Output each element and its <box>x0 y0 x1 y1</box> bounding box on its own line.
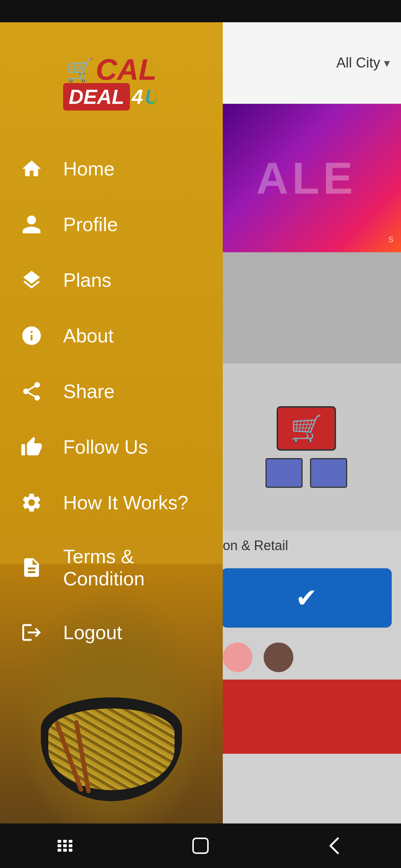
retail-label: on & Retail <box>223 538 288 553</box>
logo-area: 🛒 CAL DEAL 4 U <box>0 22 223 141</box>
u-logo-text: U <box>145 85 160 109</box>
gray-area <box>212 252 401 364</box>
layers-icon <box>19 267 45 293</box>
cal-logo-text: CAL <box>96 53 157 87</box>
store-window-left <box>265 458 303 488</box>
svg-rect-9 <box>193 838 208 853</box>
menu-item-follow-us[interactable]: Follow Us <box>11 419 212 475</box>
menu-item-about[interactable]: About <box>11 308 212 364</box>
blue-card: ✔ <box>221 568 392 628</box>
circles-row <box>212 635 401 680</box>
store-top-icon: 🛒 <box>277 406 336 451</box>
sale-subtext: s <box>388 233 394 245</box>
menu-item-profile[interactable]: Profile <box>11 197 212 252</box>
city-label: All City <box>336 55 380 71</box>
cart-icon: 🛒 <box>290 413 323 444</box>
menu-label-plans: Plans <box>63 269 111 291</box>
svg-rect-3 <box>63 840 67 843</box>
menu-item-how-it-works[interactable]: How It Works? <box>11 475 212 530</box>
menu-label-home: Home <box>63 158 115 180</box>
info-icon <box>19 323 45 349</box>
top-header: All City ▾ <box>212 22 401 104</box>
store-window-right <box>310 458 347 488</box>
drawer-menu-list: Home Profile Plans <box>0 141 223 823</box>
retail-text: on & Retail <box>212 530 401 561</box>
main-area: All City ▾ ALE s 🛒 <box>0 22 401 823</box>
menu-label-about: About <box>63 325 114 347</box>
check-icon: ✔ <box>296 583 317 613</box>
store-bottom-icon <box>265 458 347 488</box>
svg-rect-5 <box>63 849 67 852</box>
deal4u-container: DEAL 4 U <box>63 83 160 111</box>
home-icon <box>19 156 45 182</box>
person-icon <box>19 211 45 237</box>
menu-item-terms[interactable]: Terms & Condition <box>11 530 212 605</box>
store-section: 🛒 <box>212 364 401 530</box>
menu-item-share[interactable]: Share <box>11 364 212 419</box>
nav-menu-icon[interactable] <box>56 835 78 857</box>
menu-label-follow-us: Follow Us <box>63 436 148 458</box>
sale-banner: ALE s <box>212 104 401 252</box>
menu-label-logout: Logout <box>63 621 122 644</box>
for-logo-text: 4 <box>132 85 143 109</box>
document-icon <box>19 555 45 581</box>
menu-label-profile: Profile <box>63 213 118 236</box>
svg-rect-1 <box>58 844 61 847</box>
nav-back-icon[interactable] <box>323 835 345 857</box>
right-panel: All City ▾ ALE s 🛒 <box>212 22 401 823</box>
logo-container: 🛒 CAL DEAL 4 U <box>63 53 160 111</box>
sale-text: ALE <box>256 152 356 204</box>
status-bar <box>0 0 401 22</box>
menu-item-logout[interactable]: Logout <box>11 605 212 660</box>
svg-rect-0 <box>58 840 61 843</box>
menu-label-share: Share <box>63 380 115 402</box>
drawer-menu: 🛒 CAL DEAL 4 U Home <box>0 22 223 823</box>
menu-label-terms: Terms & Condition <box>63 545 204 590</box>
cart-logo-icon: 🛒 <box>66 57 94 83</box>
deal-logo-text: DEAL <box>63 83 130 111</box>
svg-rect-4 <box>63 844 67 847</box>
city-selector[interactable]: All City ▾ <box>336 55 390 71</box>
red-bar <box>212 680 401 754</box>
nav-home-icon[interactable] <box>189 835 212 857</box>
share-icon <box>19 378 45 404</box>
svg-rect-2 <box>58 849 61 852</box>
store-icon-container: 🛒 <box>265 406 347 488</box>
menu-label-how-it-works: How It Works? <box>63 491 188 514</box>
logo-top: 🛒 CAL <box>66 53 157 87</box>
logout-icon <box>19 619 45 645</box>
svg-rect-8 <box>69 849 72 852</box>
svg-rect-7 <box>69 844 72 847</box>
circle-salmon <box>223 642 252 672</box>
thumbs-up-icon <box>19 434 45 460</box>
settings-icon <box>19 490 45 516</box>
menu-item-home[interactable]: Home <box>11 141 212 197</box>
chevron-down-icon: ▾ <box>384 56 390 70</box>
menu-item-plans[interactable]: Plans <box>11 252 212 308</box>
circle-dark <box>264 642 293 672</box>
nav-bar <box>0 823 401 868</box>
svg-rect-6 <box>69 840 72 843</box>
